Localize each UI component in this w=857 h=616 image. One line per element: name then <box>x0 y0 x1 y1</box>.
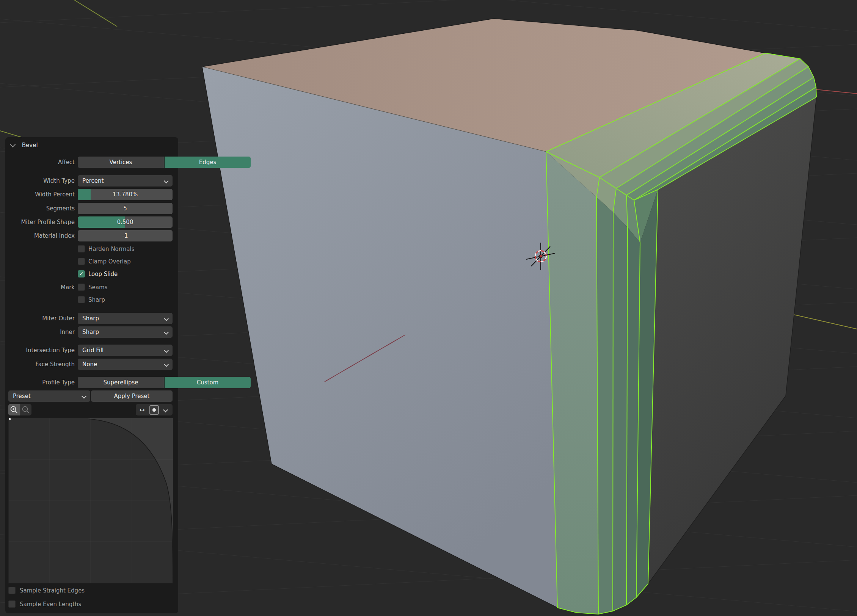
chevron-down-icon <box>164 179 169 183</box>
profile-type-label: Profile Type <box>5 377 75 388</box>
miter-outer-value: Sharp <box>82 315 99 322</box>
profile-curve-widget[interactable] <box>8 418 173 583</box>
zoom-out-icon <box>22 406 30 414</box>
segments-row: Segments 5 <box>5 203 178 214</box>
miter-inner-value: Sharp <box>82 329 99 335</box>
profile-type-row: Profile Type Superellipse Custom <box>5 377 178 388</box>
bevel-operator-panel: Bevel Affect Vertices Edges Width Type P… <box>5 137 178 613</box>
width-percent-row: Width Percent 13.780% <box>5 189 178 200</box>
loop-slide-row: ✓ Loop Slide <box>5 270 178 278</box>
mark-seams-row: Mark Seams <box>5 283 178 292</box>
loop-slide-label: Loop Slide <box>88 270 118 278</box>
chevron-down-icon <box>164 316 169 321</box>
arrows-horizontal-icon: ↔ <box>139 406 144 414</box>
face-strength-value: None <box>82 361 97 368</box>
width-type-dropdown[interactable]: Percent <box>78 175 173 187</box>
material-index-value: -1 <box>122 232 128 239</box>
zoom-out-button[interactable] <box>20 404 31 415</box>
chevron-down-icon <box>164 362 169 367</box>
width-type-label: Width Type <box>5 175 75 187</box>
blender-window: Bevel Affect Vertices Edges Width Type P… <box>0 0 857 616</box>
panel-title: Bevel <box>22 142 38 149</box>
intersection-type-value: Grid Fill <box>82 347 104 354</box>
width-type-value: Percent <box>82 177 104 184</box>
miter-inner-row: Inner Sharp <box>5 326 178 338</box>
miter-inner-dropdown[interactable]: Sharp <box>78 326 173 338</box>
collapse-chevron-icon <box>10 141 16 147</box>
harden-normals-row: Harden Normals <box>5 245 178 253</box>
miter-profile-shape-slider[interactable]: 0.500 <box>78 216 173 228</box>
preset-row: Preset Apply Preset <box>5 390 178 402</box>
chevron-down-icon <box>164 348 169 353</box>
material-index-field[interactable]: -1 <box>78 230 173 241</box>
point-dot-icon <box>152 408 156 412</box>
segments-field[interactable]: 5 <box>78 203 173 214</box>
face-strength-label: Face Strength <box>5 359 75 370</box>
miter-outer-row: Miter Outer Sharp <box>5 313 178 324</box>
harden-normals-checkbox[interactable] <box>78 245 85 252</box>
width-type-row: Width Type Percent <box>5 175 178 187</box>
miter-profile-shape-label: Miter Profile Shape <box>5 216 75 228</box>
profile-point-toggle-button[interactable] <box>149 405 159 415</box>
profile-toolbar: ↔ <box>5 404 178 415</box>
sample-straight-edges-label: Sample Straight Edges <box>20 586 85 595</box>
profile-type-superellipse-button[interactable]: Superellipse <box>78 377 164 388</box>
profile-options-dropdown[interactable] <box>160 404 171 415</box>
sample-straight-edges-checkbox[interactable] <box>8 587 16 594</box>
miter-inner-label: Inner <box>5 326 75 338</box>
affect-label: Affect <box>5 157 75 168</box>
chevron-down-icon <box>82 394 86 399</box>
check-icon: ✓ <box>78 270 85 277</box>
sample-even-lengths-label: Sample Even Lengths <box>20 600 81 608</box>
profile-type-custom-button[interactable]: Custom <box>165 377 251 388</box>
face-strength-row: Face Strength None <box>5 359 178 370</box>
seams-checkbox[interactable] <box>78 284 85 291</box>
material-index-label: Material Index <box>5 230 75 241</box>
sharp-checkbox[interactable] <box>78 296 85 303</box>
miter-outer-dropdown[interactable]: Sharp <box>78 313 173 324</box>
seams-label: Seams <box>88 283 107 292</box>
clamp-overlap-checkbox[interactable] <box>78 258 85 265</box>
mark-label: Mark <box>5 283 75 292</box>
slider-fill <box>78 189 91 200</box>
width-percent-label: Width Percent <box>5 189 75 200</box>
affect-edges-button[interactable]: Edges <box>165 157 251 168</box>
panel-header[interactable]: Bevel <box>11 140 38 150</box>
miter-profile-shape-value: 0.500 <box>117 219 133 226</box>
miter-profile-shape-row: Miter Profile Shape 0.500 <box>5 216 178 228</box>
intersection-type-dropdown[interactable]: Grid Fill <box>78 345 173 356</box>
segments-label: Segments <box>5 203 75 214</box>
intersection-type-label: Intersection Type <box>5 345 75 356</box>
preset-dropdown[interactable]: Preset <box>8 390 90 402</box>
apply-preset-button[interactable]: Apply Preset <box>91 390 173 402</box>
harden-normals-label: Harden Normals <box>88 245 135 253</box>
face-strength-dropdown[interactable]: None <box>78 359 173 370</box>
affect-row: Affect Vertices Edges <box>5 157 178 168</box>
width-percent-value: 13.780% <box>113 191 138 198</box>
sharp-label: Sharp <box>88 296 105 304</box>
chevron-down-icon <box>164 330 169 335</box>
loop-slide-checkbox[interactable]: ✓ <box>78 270 85 277</box>
sharp-row: Sharp <box>5 296 178 304</box>
intersection-type-row: Intersection Type Grid Fill <box>5 345 178 356</box>
material-index-row: Material Index -1 <box>5 230 178 241</box>
zoom-in-icon <box>10 406 18 414</box>
preset-value: Preset <box>13 393 31 400</box>
zoom-in-button[interactable] <box>8 404 20 415</box>
clamp-overlap-row: Clamp Overlap <box>5 257 178 266</box>
extend-horizontal-button[interactable]: ↔ <box>136 404 148 415</box>
sample-even-lengths-row: Sample Even Lengths <box>5 600 178 608</box>
width-percent-slider[interactable]: 13.780% <box>78 189 173 200</box>
segments-value: 5 <box>123 205 127 212</box>
affect-vertices-button[interactable]: Vertices <box>78 157 164 168</box>
sample-straight-edges-row: Sample Straight Edges <box>5 586 178 595</box>
sample-even-lengths-checkbox[interactable] <box>8 600 16 608</box>
miter-outer-label: Miter Outer <box>5 313 75 324</box>
chevron-down-icon <box>163 408 168 412</box>
profile-curve-canvas <box>9 418 173 583</box>
clamp-overlap-label: Clamp Overlap <box>88 257 131 266</box>
